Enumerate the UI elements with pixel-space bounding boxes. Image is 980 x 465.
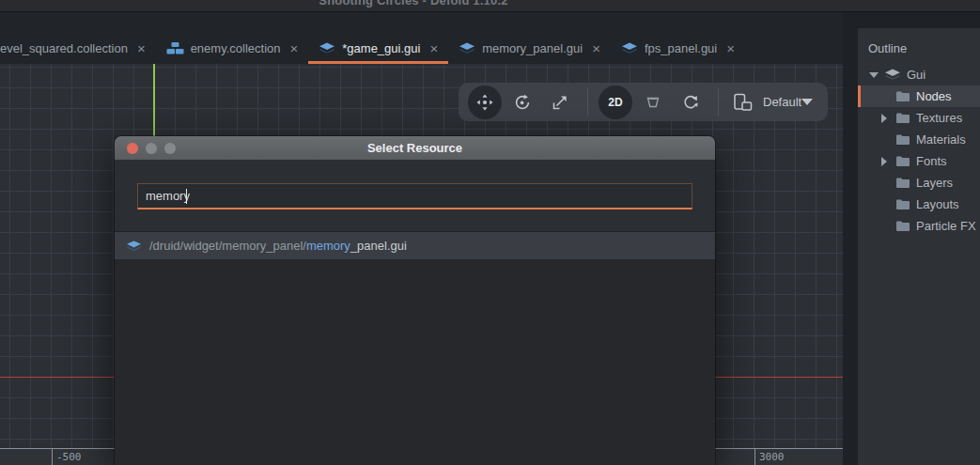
toolbar-divider [718, 88, 719, 116]
outline-item-materials[interactable]: Materials [858, 129, 980, 150]
tab-memory-panel-gui[interactable]: memory_panel.gui × [448, 36, 611, 64]
outline-item-fonts[interactable]: Fonts [858, 150, 980, 172]
outline-item-label: Textures [916, 111, 962, 125]
results-empty-area [115, 259, 715, 465]
folder-icon [895, 198, 910, 210]
folder-icon [895, 177, 910, 189]
ruler-tick [52, 449, 53, 465]
select-resource-dialog: Select Resource /druid/widget/memory_pan… [115, 136, 715, 465]
zoom-window-button[interactable] [164, 143, 176, 154]
tab-fps-panel-gui[interactable]: fps_panel.gui × [611, 36, 745, 64]
minimize-window-button[interactable] [146, 143, 157, 154]
folder-icon [895, 133, 910, 146]
right-dock: Outline Gui Nodes [843, 12, 980, 465]
search-field-wrap [115, 160, 715, 209]
move-tool-button[interactable] [468, 85, 502, 119]
gui-icon [621, 41, 638, 55]
expand-arrow-icon[interactable] [881, 114, 895, 123]
2d-mode-label: 2D [608, 96, 622, 109]
dialog-title: Select Resource [115, 141, 715, 155]
window-controls [127, 136, 176, 160]
outline-panel-title: Outline [858, 28, 980, 64]
dialog-titlebar[interactable]: Select Resource [115, 136, 715, 160]
camera-refresh-button[interactable] [674, 85, 708, 119]
layout-label: Default [763, 95, 801, 109]
move-icon [476, 94, 493, 111]
close-window-button[interactable] [127, 143, 138, 154]
scale-tool-button[interactable] [543, 85, 577, 119]
perspective-camera-button[interactable] [636, 85, 670, 119]
expand-arrow-icon[interactable] [869, 72, 884, 78]
expand-arrow-icon[interactable] [881, 157, 895, 166]
outline-panel: Outline Gui Nodes [858, 28, 980, 465]
folder-icon [895, 155, 910, 167]
tab-bar: evel_squared.collection × enemy.collecti… [0, 12, 843, 64]
ruler-label: 3000 [759, 451, 785, 463]
window-titlebar: Shooting Circles - Defold 1.10.2 [0, 0, 980, 12]
rotate-tool-button[interactable] [506, 85, 539, 119]
outline-item-textures[interactable]: Textures [858, 107, 980, 129]
gui-resource-icon [126, 240, 142, 253]
resource-search-input[interactable] [137, 183, 692, 209]
gui-icon [459, 41, 475, 55]
close-tab-icon[interactable]: × [726, 41, 735, 55]
outline-item-label: Fonts [916, 154, 947, 168]
folder-icon [895, 112, 910, 124]
window-title: Shooting Circles - Defold 1.10.2 [0, 0, 827, 8]
outline-item-label: Nodes [916, 89, 952, 103]
chevron-down-icon [801, 99, 813, 105]
outline-item-label: Materials [916, 132, 966, 147]
device-layout-icon [733, 93, 754, 111]
outline-item-nodes[interactable]: Nodes [858, 85, 980, 107]
ruler-label: -500 [56, 451, 82, 463]
tab-label: enemy.collection [191, 41, 281, 55]
resource-path-match: memory [306, 239, 350, 253]
ruler-tick [754, 449, 755, 465]
tab-label: evel_squared.collection [0, 41, 128, 55]
close-tab-icon[interactable]: × [429, 41, 438, 55]
outline-item-label: Gui [907, 68, 926, 82]
outline-item-gui[interactable]: Gui [858, 64, 980, 85]
close-tab-icon[interactable]: × [592, 41, 600, 55]
outline-item-label: Layouts [916, 197, 959, 211]
tab-game-gui[interactable]: *game_gui.gui × [308, 36, 448, 64]
tab-label: fps_panel.gui [645, 41, 717, 55]
search-results-list: /druid/widget/memory_panel/memory_panel.… [115, 231, 715, 465]
resource-path-prefix: /druid/widget/memory_panel/ [149, 239, 306, 253]
tab-label: *game_gui.gui [342, 41, 420, 55]
camera-refresh-icon [682, 94, 699, 111]
dialog-body: /druid/widget/memory_panel/memory_panel.… [115, 160, 715, 465]
outline-item-label: Particle FX [916, 219, 976, 233]
defold-editor-window: Shooting Circles - Defold 1.10.2 evel_sq… [0, 0, 980, 465]
text-cursor [186, 189, 187, 204]
outline-item-particle-fx[interactable]: Particle FX [858, 215, 980, 237]
outline-item-layouts[interactable]: Layouts [858, 194, 980, 215]
toolbar-divider [587, 88, 588, 116]
gui-icon [884, 68, 901, 82]
folder-icon [895, 90, 910, 102]
outline-item-label: Layers [916, 176, 953, 190]
frustum-icon [645, 94, 661, 111]
layout-selector[interactable]: Default [733, 93, 820, 111]
gui-icon [319, 41, 335, 55]
resource-path-suffix: _panel.gui [350, 239, 407, 253]
collection-icon [166, 41, 184, 55]
folder-icon [895, 220, 910, 232]
tab-enemy-collection[interactable]: enemy.collection × [156, 36, 309, 64]
rotate-icon [514, 94, 531, 111]
tab-label: memory_panel.gui [482, 41, 583, 55]
search-result-row[interactable]: /druid/widget/memory_panel/memory_panel.… [115, 232, 715, 259]
close-tab-icon[interactable]: × [290, 41, 299, 55]
resource-path: /druid/widget/memory_panel/memory_panel.… [149, 239, 407, 253]
scene-toolbar: 2D Default [459, 83, 828, 121]
scale-icon [552, 94, 568, 111]
2d-mode-button[interactable]: 2D [599, 85, 632, 119]
close-tab-icon[interactable]: × [137, 41, 146, 55]
tab-level-squared-collection[interactable]: evel_squared.collection × [0, 36, 156, 64]
outline-item-layers[interactable]: Layers [858, 172, 980, 194]
